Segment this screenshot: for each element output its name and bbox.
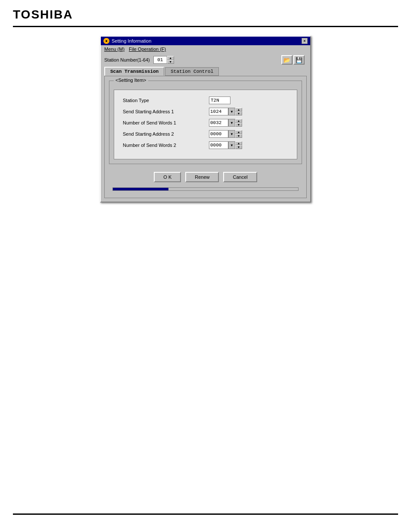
form-row-send-words2: Number of Send Words 2 ▼ ▲ ▼ xyxy=(123,141,288,149)
footer-divider xyxy=(13,513,398,515)
button-row: O K Renew Cancel xyxy=(109,168,302,186)
inner-panel: Station Type Send Starting Address 1 ▼ ▲… xyxy=(114,90,297,159)
send-words2-up[interactable]: ▲ xyxy=(235,141,242,145)
station-number-spinner: ▲ ▼ xyxy=(167,56,174,64)
renew-button[interactable]: Renew xyxy=(185,172,219,182)
title-bar-left: ● Setting Information xyxy=(103,38,151,44)
dialog-window: ● Setting Information × Menu (M) File Op… xyxy=(100,36,311,202)
send-words2-dropdown[interactable]: ▼ xyxy=(228,141,235,149)
station-number-row: Station Number(1-64) ▲ ▼ 📂 💾 xyxy=(101,53,310,67)
setting-item-group: <Setting Item> Station Type Send Startin… xyxy=(109,81,302,164)
station-number-spinbox: ▲ ▼ xyxy=(153,56,174,64)
send-addr1-dropdown[interactable]: ▼ xyxy=(228,108,235,115)
send-addr2-down[interactable]: ▼ xyxy=(235,134,242,138)
tab-station-control[interactable]: Station Control xyxy=(165,67,219,76)
send-words1-input[interactable] xyxy=(209,119,228,127)
toshiba-logo: TOSHIBA xyxy=(13,8,398,22)
open-icon[interactable]: 📂 xyxy=(281,55,293,65)
send-addr2-up[interactable]: ▲ xyxy=(235,130,242,134)
menu-bar: Menu (M) File Operation (F) xyxy=(101,45,310,53)
send-addr1-input[interactable] xyxy=(209,108,228,115)
send-addr1-down[interactable]: ▼ xyxy=(235,112,242,115)
content-panel: <Setting Item> Station Type Send Startin… xyxy=(104,76,307,198)
form-row-send-addr1: Send Starting Address 1 ▼ ▲ ▼ xyxy=(123,108,288,115)
send-words1-up[interactable]: ▲ xyxy=(235,119,242,123)
station-number-label: Station Number(1-64) xyxy=(104,57,150,62)
dialog-title: Setting Information xyxy=(112,38,151,44)
send-words1-label: Number of Send Words 1 xyxy=(123,120,209,125)
dialog-icon: ● xyxy=(103,38,109,44)
station-number-input[interactable] xyxy=(153,56,167,64)
save-icon[interactable]: 💾 xyxy=(293,55,305,65)
send-addr2-spinner: ▲ ▼ xyxy=(235,130,242,138)
form-row-send-addr2: Send Starting Address 2 ▼ ▲ ▼ xyxy=(123,130,288,138)
send-words2-label: Number of Send Words 2 xyxy=(123,143,209,148)
send-words2-down[interactable]: ▼ xyxy=(235,145,242,149)
form-row-send-words1: Number of Send Words 1 ▼ ▲ ▼ xyxy=(123,119,288,127)
send-addr2-dropdown[interactable]: ▼ xyxy=(228,130,235,138)
station-number-up[interactable]: ▲ xyxy=(167,56,174,60)
ok-button[interactable]: O K xyxy=(154,172,181,182)
main-content: ● Setting Information × Menu (M) File Op… xyxy=(0,27,411,202)
send-words1-spinner: ▲ ▼ xyxy=(235,119,242,127)
close-button[interactable]: × xyxy=(302,38,308,44)
group-box-title: <Setting Item> xyxy=(114,78,148,83)
tabs-row: Scan Transmission Station Control xyxy=(101,67,310,76)
send-words1-down[interactable]: ▼ xyxy=(235,123,242,127)
form-row-station-type: Station Type xyxy=(123,96,288,104)
send-words2-input[interactable] xyxy=(209,141,228,149)
send-addr2-label: Send Starting Address 2 xyxy=(123,131,209,137)
send-addr2-input[interactable] xyxy=(209,130,228,138)
title-bar: ● Setting Information × xyxy=(101,37,310,45)
progress-bar-container xyxy=(112,187,299,191)
send-words1-dropdown[interactable]: ▼ xyxy=(228,119,235,127)
send-addr1-label: Send Starting Address 1 xyxy=(123,109,209,114)
toolbar-icons: 📂 💾 xyxy=(281,55,305,65)
send-words2-spinbox: ▼ ▲ ▼ xyxy=(209,141,242,149)
send-addr1-spinner: ▲ ▼ xyxy=(235,108,242,115)
send-addr1-up[interactable]: ▲ xyxy=(235,108,242,112)
send-addr1-spinbox: ▼ ▲ ▼ xyxy=(209,108,242,115)
menu-item-file[interactable]: File Operation (F) xyxy=(129,47,166,52)
send-words1-spinbox: ▼ ▲ ▼ xyxy=(209,119,242,127)
cancel-button[interactable]: Cancel xyxy=(223,172,257,182)
send-addr2-spinbox: ▼ ▲ ▼ xyxy=(209,130,242,138)
station-type-input[interactable] xyxy=(209,96,230,104)
menu-item-menu[interactable]: Menu (M) xyxy=(104,47,125,52)
tab-scan-transmission[interactable]: Scan Transmission xyxy=(104,67,164,76)
station-type-label: Station Type xyxy=(123,98,209,103)
progress-bar-fill xyxy=(113,188,168,190)
station-number-down[interactable]: ▼ xyxy=(167,60,174,64)
page-header: TOSHIBA xyxy=(0,0,411,26)
send-words2-spinner: ▲ ▼ xyxy=(235,141,242,149)
